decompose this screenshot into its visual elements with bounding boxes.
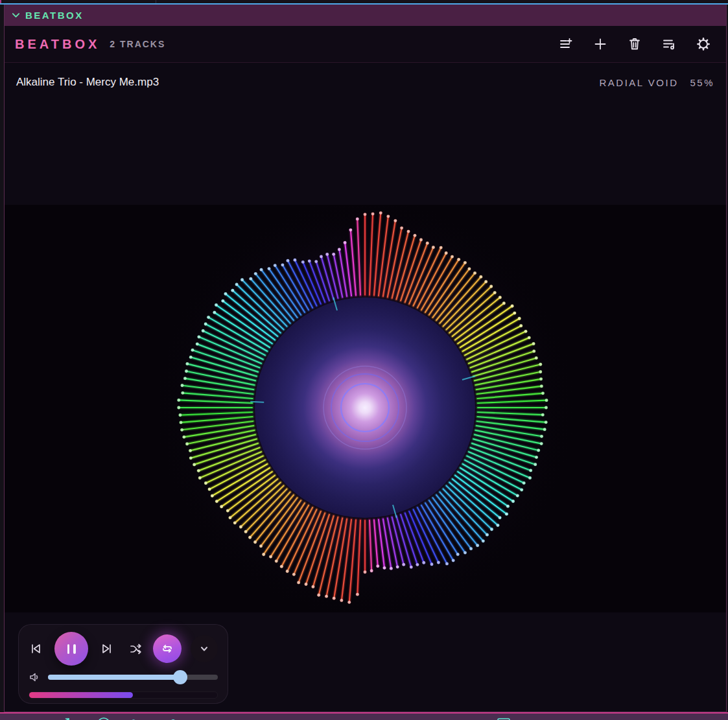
repeat-button[interactable] [153,634,182,663]
visualizer-mode-label: RADIAL VOID [600,77,679,88]
volume-slider[interactable] [48,675,218,680]
settings-button[interactable] [691,32,716,56]
next-button[interactable] [96,638,118,660]
shuffle-button[interactable] [124,638,147,660]
pause-icon [67,644,76,654]
queue-icon [662,37,676,51]
playlist-add-button[interactable] [554,32,578,56]
player-panel [18,624,228,704]
playlist-title: BEATBOX [15,37,100,52]
window-titlebar[interactable]: BEATBOX [5,5,726,26]
collapse-player-button[interactable] [191,635,218,662]
volume-fill [48,675,180,680]
plus-icon [593,37,607,51]
top-strip [0,0,728,5]
repeat-icon [160,642,174,656]
previous-button[interactable] [25,638,47,660]
skip-next-icon [100,642,113,655]
chevron-down-icon[interactable] [11,10,21,20]
trash-icon [628,37,642,51]
taskbar[interactable] [0,714,728,720]
progress-fill [29,692,133,698]
skip-previous-icon [29,642,42,655]
volume-thumb[interactable] [173,670,187,684]
track-title: Alkaline Trio - Mercy Me.mp3 [16,76,159,89]
chevron-down-icon [199,644,209,654]
shuffle-icon [129,642,143,656]
delete-button[interactable] [622,32,647,56]
progress-bar[interactable] [29,692,217,698]
radial-visualizer [5,205,727,612]
volume-icon [27,671,41,683]
now-playing-row[interactable]: Alkaline Trio - Mercy Me.mp3 RADIAL VOID… [5,63,726,102]
volume-row [25,668,222,687]
track-count: 2 TRACKS [110,39,165,49]
beatbox-window: BEATBOX BEATBOX 2 TRACKS [4,5,727,712]
visualizer-area [5,205,727,612]
play-pause-button[interactable] [54,632,88,666]
playlist-add-icon [559,37,573,51]
gear-icon [696,37,710,51]
player-controls [25,632,222,666]
visualizer-value: 55% [690,77,714,88]
queue-button[interactable] [657,32,681,56]
window-title: BEATBOX [25,10,84,21]
taskbar-icons [0,716,728,720]
add-track-button[interactable] [588,32,613,56]
playlist-header: BEATBOX 2 TRACKS [5,26,726,63]
